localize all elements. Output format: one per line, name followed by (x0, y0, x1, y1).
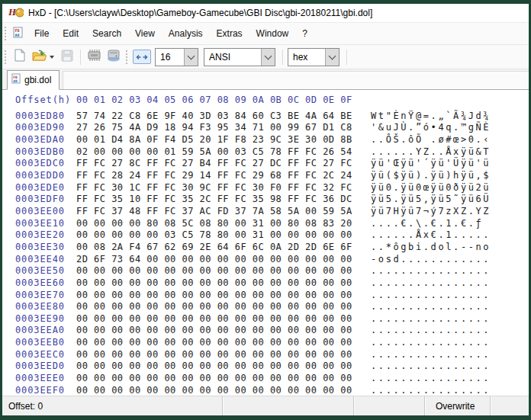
row-bytes[interactable]: 00 00 00 00 00 00 00 00 00 00 00 00 00 0… (76, 361, 371, 373)
toolbar-grip[interactable] (5, 50, 6, 64)
row-ascii[interactable]: ................ (371, 265, 491, 277)
hex-row[interactable]: 0003EE3000 08 2A F4 67 62 69 2E 64 6F 6C… (15, 242, 529, 254)
hex-row[interactable]: 0003EDA000 01 D4 8A 0F F4 D5 20 1F F8 23… (15, 134, 529, 146)
hex-editor[interactable]: Offset(h) 00 01 02 03 04 05 06 07 08 09 … (2, 90, 529, 396)
hex-row[interactable]: 0003EE1000 00 00 00 80 08 5C 08 80 00 31… (15, 218, 529, 230)
row-ascii[interactable]: ......Åx€.1..... (371, 229, 491, 242)
encoding-dropdown-button[interactable] (261, 49, 275, 66)
hex-row[interactable]: 0003EDE0FF FC 30 1C FF FC 30 9C FF FC 30… (15, 182, 529, 194)
toolbar-grip-2[interactable] (126, 50, 127, 64)
row-ascii[interactable]: ................ (371, 301, 491, 313)
hex-row[interactable]: 0003EE402D 6F 73 64 00 00 00 00 00 00 00… (15, 254, 529, 266)
hex-row[interactable]: 0003ED9027 26 75 4A D9 18 94 F3 95 34 71… (15, 122, 529, 134)
open-dropdown-arrow-icon[interactable] (50, 56, 54, 59)
row-bytes[interactable]: 02 00 00 00 00 01 59 5A 00 03 C5 78 FF F… (76, 146, 371, 159)
row-ascii[interactable]: ÿü7Hÿü7¬ý7zXZ.YZ (371, 206, 491, 218)
status-mode[interactable]: Overwrite (425, 396, 491, 415)
hex-row[interactable]: 0003EE5000 00 00 00 00 00 00 00 00 00 00… (15, 265, 529, 277)
menu-analysis[interactable]: Analysis (162, 25, 210, 42)
row-ascii[interactable]: ÿü0.ÿü0œÿü0ðÿü2ü (371, 182, 491, 194)
row-bytes[interactable]: 00 00 00 00 00 00 00 00 00 00 00 00 00 0… (76, 265, 371, 277)
menu-extras[interactable]: Extras (210, 25, 249, 42)
hex-row[interactable]: 0003EE00FF FC 37 48 FF FC 37 AC FD 37 7A… (15, 206, 529, 218)
row-bytes[interactable]: 27 26 75 4A D9 18 94 F3 95 34 71 00 99 6… (76, 122, 371, 134)
row-bytes[interactable]: 00 00 00 00 00 00 00 00 00 00 00 00 00 0… (76, 313, 371, 325)
row-ascii[interactable]: ......YZ..Åxÿü&T (371, 146, 491, 159)
row-bytes[interactable]: 00 00 00 00 00 03 C5 78 80 00 31 00 00 0… (76, 229, 371, 242)
row-ascii[interactable]: ÿü($ÿü).ÿü)hÿü,$ (371, 170, 491, 182)
row-bytes[interactable]: 57 74 22 C8 6E 9F 40 3D 03 84 60 C3 BE 4… (76, 111, 371, 123)
hex-row[interactable]: 0003EE2000 00 00 00 00 03 C5 78 80 00 31… (15, 229, 529, 242)
row-ascii[interactable]: ................ (371, 313, 491, 325)
row-ascii[interactable]: ..ÔŠ.ôÕ .ø#œ>0.‹ (371, 134, 491, 146)
row-ascii[interactable]: ................ (371, 337, 491, 349)
row-bytes[interactable]: 00 00 00 00 80 08 5C 08 80 00 31 00 80 0… (76, 218, 371, 230)
row-offset: 0003EE40 (15, 254, 76, 266)
hex-row[interactable]: 0003EDF0FF FC 35 10 FF FC 35 2C FF FC 35… (15, 194, 529, 206)
row-ascii[interactable]: ................ (371, 325, 491, 337)
row-bytes[interactable]: FF FC 30 1C FF FC 30 9C FF FC 30 F0 FF F… (76, 182, 371, 194)
row-bytes[interactable]: 2D 6F 73 64 00 00 00 00 00 00 00 00 00 0… (76, 254, 371, 266)
row-ascii[interactable]: ................ (371, 349, 491, 361)
open-disk-button[interactable] (105, 48, 123, 66)
bytes-per-row-dropdown-button[interactable] (184, 49, 198, 66)
row-ascii[interactable]: ................ (371, 361, 491, 373)
menu-edit[interactable]: Edit (56, 25, 85, 42)
hex-row[interactable]: 0003EEE000 00 00 00 00 00 00 00 00 00 00… (15, 373, 529, 385)
row-bytes[interactable]: FF FC 27 8C FF FC 27 B4 FF FC 27 DC FF F… (76, 158, 371, 170)
row-bytes[interactable]: 00 00 00 00 00 00 00 00 00 00 00 00 00 0… (76, 277, 371, 290)
row-ascii[interactable]: -osd............ (371, 254, 491, 266)
hex-row[interactable]: 0003EE7000 00 00 00 00 00 00 00 00 00 00… (15, 290, 529, 302)
row-bytes[interactable]: 00 00 00 00 00 00 00 00 00 00 00 00 00 0… (76, 325, 371, 337)
hex-row[interactable]: 0003EEF000 00 00 00 00 00 00 00 00 00 00… (15, 385, 529, 396)
row-ascii[interactable]: ..*ôgbi.dol.--no (371, 242, 491, 254)
row-ascii[interactable]: '&uJÙ.”ó•4q.™gÑÈ (371, 122, 491, 134)
hex-row[interactable]: 0003EDD0FF FC 28 24 FF FC 29 14 FF FC 29… (15, 170, 529, 182)
row-bytes[interactable]: 00 00 00 00 00 00 00 00 00 00 00 00 00 0… (76, 337, 371, 349)
hex-row[interactable]: 0003EE8000 00 00 00 00 00 00 00 00 00 00… (15, 301, 529, 313)
row-ascii[interactable]: ....€.\.€.1.€.ƒ (371, 218, 491, 230)
row-bytes[interactable]: 00 00 00 00 00 00 00 00 00 00 00 00 00 0… (76, 301, 371, 313)
row-ascii[interactable]: ................ (371, 290, 491, 302)
encoding-select[interactable]: ANSI (204, 48, 275, 66)
row-bytes[interactable]: 00 00 00 00 00 00 00 00 00 00 00 00 00 0… (76, 385, 371, 396)
row-ascii[interactable]: ................ (371, 373, 491, 385)
menu-file[interactable]: File (27, 25, 56, 42)
row-bytes[interactable]: 00 00 00 00 00 00 00 00 00 00 00 00 00 0… (76, 349, 371, 361)
row-bytes[interactable]: FF FC 28 24 FF FC 29 14 FF FC 29 68 FF F… (76, 170, 371, 182)
hex-row[interactable]: 0003EEB000 00 00 00 00 00 00 00 00 00 00… (15, 337, 529, 349)
hex-row[interactable]: 0003ED8057 74 22 C8 6E 9F 40 3D 03 84 60… (15, 111, 529, 123)
row-ascii[interactable]: ÿü'Œÿü'´ÿü'Üÿü'ü (371, 158, 491, 170)
hex-row[interactable]: 0003EEA000 00 00 00 00 00 00 00 00 00 00… (15, 325, 529, 337)
row-bytes[interactable]: 00 08 2A F4 67 62 69 2E 64 6F 6C 0A 2D 2… (76, 242, 371, 254)
offset-base-dropdown-button[interactable] (325, 49, 339, 66)
row-ascii[interactable]: Wt"ÈnŸ@=.„`Ã¾Jd¾ (371, 111, 491, 123)
row-bytes[interactable]: FF FC 35 10 FF FC 35 2C FF FC 35 98 FF F… (76, 194, 371, 206)
tab-gbi-dol[interactable]: FB A0 gbi.dol (7, 70, 60, 90)
row-bytes[interactable]: 00 00 00 00 00 00 00 00 00 00 00 00 00 0… (76, 373, 371, 385)
hex-row[interactable]: 0003EEC000 00 00 00 00 00 00 00 00 00 00… (15, 349, 529, 361)
menu-search[interactable]: Search (85, 25, 128, 42)
hex-row[interactable]: 0003EE9000 00 00 00 00 00 00 00 00 00 00… (15, 313, 529, 325)
hex-row[interactable]: 0003EDB002 00 00 00 00 01 59 5A 00 03 C5… (15, 146, 529, 159)
document-icon[interactable]: FB A0 (13, 27, 23, 41)
open-ram-button[interactable] (85, 48, 103, 66)
bytes-per-row-select[interactable]: 16 (155, 48, 198, 66)
menu-view[interactable]: View (128, 25, 162, 42)
row-ascii[interactable]: ................ (371, 385, 491, 396)
row-bytes[interactable]: 00 00 00 00 00 00 00 00 00 00 00 00 00 0… (76, 290, 371, 302)
menu-window[interactable]: Window (249, 25, 296, 42)
new-file-button[interactable] (10, 48, 28, 66)
row-ascii[interactable]: ÿü5.ÿü5,ÿü5˜ÿü6Ü (371, 194, 491, 206)
menubar-grip[interactable] (5, 27, 6, 40)
hex-row[interactable]: 0003EE6000 00 00 00 00 00 00 00 00 00 00… (15, 277, 529, 290)
offset-base-select[interactable]: hex (288, 48, 340, 66)
row-ascii[interactable]: ................ (371, 277, 491, 290)
open-file-button[interactable] (30, 48, 48, 66)
menu-help[interactable]: ? (295, 25, 314, 42)
save-button[interactable] (58, 48, 76, 66)
row-bytes[interactable]: 00 01 D4 8A 0F F4 D5 20 1F F8 23 9C 3E 3… (76, 134, 371, 146)
hex-row[interactable]: 0003EED000 00 00 00 00 00 00 00 00 00 00… (15, 361, 529, 373)
hex-row[interactable]: 0003EDC0FF FC 27 8C FF FC 27 B4 FF FC 27… (15, 158, 529, 170)
row-bytes[interactable]: FF FC 37 48 FF FC 37 AC FD 37 7A 58 5A 0… (76, 206, 371, 218)
